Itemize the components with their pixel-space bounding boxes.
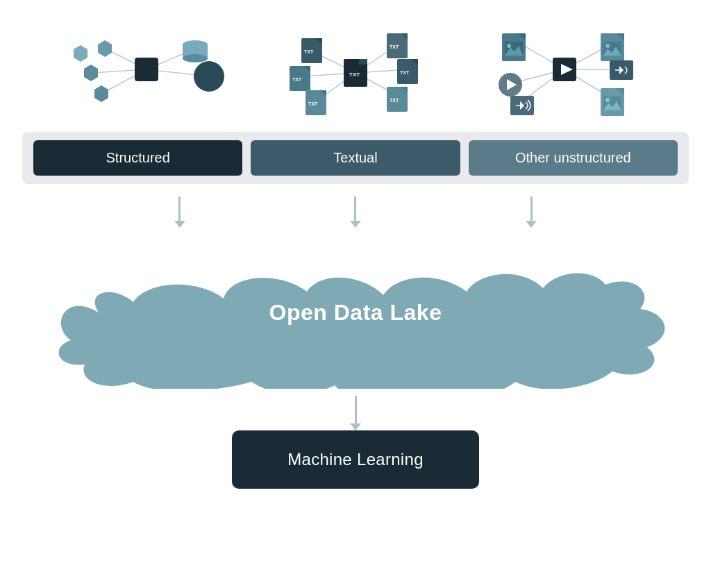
svg-point-10 — [194, 61, 224, 92]
lake-label: Open Data Lake — [269, 300, 442, 326]
svg-marker-7 — [84, 65, 98, 81]
unstructured-icons — [460, 21, 669, 118]
other-unstructured-button[interactable]: Other unstructured — [469, 140, 678, 176]
svg-marker-9 — [74, 45, 87, 62]
svg-point-72 — [605, 98, 610, 102]
page-container: TXT TXT TXT TXT — [0, 0, 711, 588]
ml-label: Machine Learning — [287, 450, 424, 469]
svg-text:TXT: TXT — [349, 72, 360, 78]
svg-rect-5 — [135, 58, 158, 81]
arrow-structured — [174, 196, 185, 228]
textual-icons: TXT TXT TXT TXT — [251, 21, 460, 118]
svg-point-64 — [605, 44, 610, 48]
svg-marker-8 — [94, 85, 108, 102]
svg-point-13 — [183, 54, 208, 62]
lake-container: Open Data Lake — [22, 226, 689, 399]
svg-text:TXT: TXT — [390, 98, 399, 103]
textual-button[interactable]: Textual — [251, 140, 460, 176]
arrow-unstructured — [526, 196, 537, 228]
structured-icons — [42, 21, 251, 118]
svg-text:TXT: TXT — [304, 49, 314, 54]
svg-text:TXT: TXT — [308, 101, 318, 106]
svg-rect-22 — [359, 59, 367, 65]
icons-row: TXT TXT TXT TXT — [28, 14, 683, 125]
svg-point-54 — [507, 44, 511, 48]
category-bar: Structured Textual Other unstructured — [22, 132, 689, 184]
svg-text:TXT: TXT — [400, 70, 410, 75]
arrow-textual — [350, 196, 361, 228]
ml-box: Machine Learning — [232, 430, 479, 489]
bottom-arrow — [350, 396, 361, 430]
svg-text:TXT: TXT — [292, 77, 302, 82]
structured-button[interactable]: Structured — [33, 140, 242, 176]
svg-text:TXT: TXT — [390, 44, 399, 49]
svg-marker-6 — [98, 40, 112, 57]
